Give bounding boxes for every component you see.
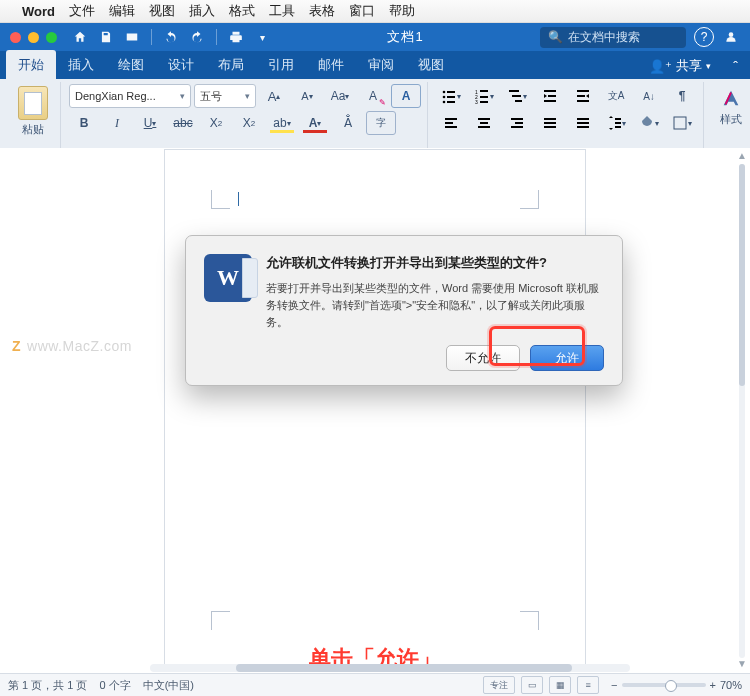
help-icon[interactable]: ? xyxy=(694,27,714,47)
menu-tools[interactable]: 工具 xyxy=(269,2,295,20)
menu-table[interactable]: 表格 xyxy=(309,2,335,20)
underline-button[interactable]: U▾ xyxy=(135,111,165,135)
scroll-down-icon[interactable]: ▼ xyxy=(737,658,747,672)
menu-insert[interactable]: 插入 xyxy=(189,2,215,20)
svg-rect-28 xyxy=(511,118,523,120)
clear-format-button[interactable]: A✎ xyxy=(358,84,388,108)
toolbar-dropdown-icon[interactable]: ▾ xyxy=(253,28,271,46)
superscript-button[interactable]: X2 xyxy=(234,111,264,135)
show-marks-button[interactable]: ¶ xyxy=(667,84,697,108)
font-name-dropdown[interactable]: DengXian Reg...▾ xyxy=(69,84,191,108)
save-icon[interactable] xyxy=(97,28,115,46)
menu-format[interactable]: 格式 xyxy=(229,2,255,20)
decrease-indent-button[interactable] xyxy=(568,84,598,108)
multilevel-list-button[interactable]: ▾ xyxy=(502,84,532,108)
shading-button[interactable]: ▾ xyxy=(634,111,664,135)
dialog-deny-button[interactable]: 不允许 xyxy=(446,345,520,371)
zoom-slider[interactable] xyxy=(622,683,706,687)
borders-button[interactable]: ▾ xyxy=(667,111,697,135)
tab-review[interactable]: 审阅 xyxy=(356,50,406,79)
char-border-button[interactable]: 字 xyxy=(366,111,396,135)
status-language[interactable]: 中文(中国) xyxy=(143,678,194,693)
focus-mode-button[interactable]: 专注 xyxy=(483,676,515,694)
bold-button[interactable]: B xyxy=(69,111,99,135)
phonetic-guide-button[interactable]: A̐ xyxy=(333,111,363,135)
line-spacing-button[interactable]: ▾ xyxy=(601,111,631,135)
svg-rect-22 xyxy=(445,118,457,120)
close-window-button[interactable] xyxy=(10,32,21,43)
document-area[interactable] xyxy=(0,148,750,674)
align-justify-button[interactable] xyxy=(535,111,565,135)
paste-button[interactable]: 粘贴 xyxy=(22,122,44,137)
vertical-scrollbar[interactable]: ▲ ▼ xyxy=(736,150,748,672)
paste-icon[interactable] xyxy=(18,86,48,120)
menu-view[interactable]: 视图 xyxy=(149,2,175,20)
align-center-button[interactable] xyxy=(469,111,499,135)
print-layout-view-button[interactable]: ▭ xyxy=(521,676,543,694)
tab-references[interactable]: 引用 xyxy=(256,50,306,79)
tab-view[interactable]: 视图 xyxy=(406,50,456,79)
scroll-track[interactable] xyxy=(739,164,745,658)
tab-draw[interactable]: 绘图 xyxy=(106,50,156,79)
status-page[interactable]: 第 1 页，共 1 页 xyxy=(8,678,87,693)
svg-rect-25 xyxy=(478,118,490,120)
scroll-thumb[interactable] xyxy=(236,664,572,672)
font-color-button[interactable]: A▾ xyxy=(300,111,330,135)
redo-icon[interactable] xyxy=(188,28,206,46)
tab-insert[interactable]: 插入 xyxy=(56,50,106,79)
zoom-window-button[interactable] xyxy=(46,32,57,43)
share-button[interactable]: 👤⁺共享▾ xyxy=(641,53,719,79)
zoom-out-button[interactable]: − xyxy=(611,679,617,691)
zoom-knob[interactable] xyxy=(665,680,677,692)
text-effects-button[interactable]: A xyxy=(391,84,421,108)
tab-design[interactable]: 设计 xyxy=(156,50,206,79)
highlight-color-button[interactable]: ab▾ xyxy=(267,111,297,135)
menu-file[interactable]: 文件 xyxy=(69,2,95,20)
svg-rect-30 xyxy=(511,126,523,128)
outline-view-button[interactable]: ≡ xyxy=(577,676,599,694)
grow-font-button[interactable]: A▴ xyxy=(259,84,289,108)
undo-icon[interactable] xyxy=(162,28,180,46)
styles-button[interactable]: 样式 xyxy=(712,84,750,136)
horizontal-scrollbar[interactable] xyxy=(150,664,630,672)
svg-rect-32 xyxy=(544,122,556,124)
change-case-button[interactable]: Aa▾ xyxy=(325,84,355,108)
web-layout-view-button[interactable]: ▦ xyxy=(549,676,571,694)
keyboard-icon[interactable] xyxy=(123,28,141,46)
align-left-button[interactable] xyxy=(436,111,466,135)
scroll-up-icon[interactable]: ▲ xyxy=(737,150,747,164)
status-words[interactable]: 0 个字 xyxy=(99,678,130,693)
text-direction-button[interactable]: 文A xyxy=(601,84,631,108)
account-icon[interactable] xyxy=(722,28,740,46)
strikethrough-button[interactable]: abc xyxy=(168,111,198,135)
font-size-dropdown[interactable]: 五号▾ xyxy=(194,84,256,108)
tab-home[interactable]: 开始 xyxy=(6,50,56,79)
home-icon[interactable] xyxy=(71,28,89,46)
align-right-button[interactable] xyxy=(502,111,532,135)
menu-help[interactable]: 帮助 xyxy=(389,2,415,20)
sort-button[interactable]: A↓ xyxy=(634,84,664,108)
minimize-window-button[interactable] xyxy=(28,32,39,43)
zoom-value[interactable]: 70% xyxy=(720,679,742,691)
ribbon-home: 粘贴 DengXian Reg...▾ 五号▾ A▴ A▾ Aa▾ A✎ A B… xyxy=(0,79,750,157)
zoom-in-button[interactable]: + xyxy=(710,679,716,691)
collapse-ribbon-icon[interactable]: ˆ xyxy=(727,55,744,79)
scroll-thumb[interactable] xyxy=(739,164,745,386)
dialog-allow-button[interactable]: 允许 xyxy=(530,345,604,371)
tab-layout[interactable]: 布局 xyxy=(206,50,256,79)
search-field[interactable]: 🔍 在文档中搜索 xyxy=(540,27,686,48)
shrink-font-button[interactable]: A▾ xyxy=(292,84,322,108)
italic-button[interactable]: I xyxy=(102,111,132,135)
menu-edit[interactable]: 编辑 xyxy=(109,2,135,20)
page[interactable] xyxy=(165,150,585,670)
tab-mailings[interactable]: 邮件 xyxy=(306,50,356,79)
svg-rect-37 xyxy=(615,118,621,120)
numbering-button[interactable]: 123▾ xyxy=(469,84,499,108)
increase-indent-button[interactable] xyxy=(535,84,565,108)
bullets-button[interactable]: ▾ xyxy=(436,84,466,108)
distributed-button[interactable] xyxy=(568,111,598,135)
subscript-button[interactable]: X2 xyxy=(201,111,231,135)
print-icon[interactable] xyxy=(227,28,245,46)
menu-window[interactable]: 窗口 xyxy=(349,2,375,20)
app-name[interactable]: Word xyxy=(22,4,55,19)
